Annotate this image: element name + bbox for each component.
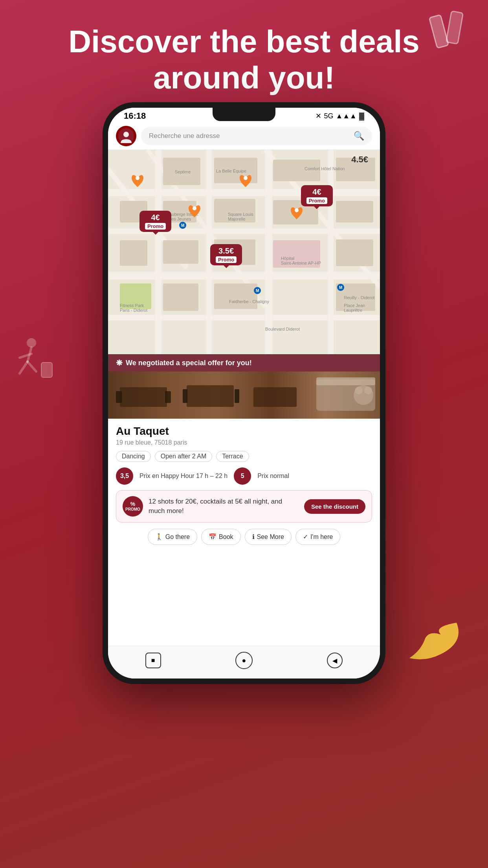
phone-frame: 16:18 ✕ 5G ▲▲▲ ▓ Recherche une adresse 🔍 <box>103 102 385 684</box>
see-more-button[interactable]: ℹ See More <box>245 529 292 545</box>
map-area[interactable]: Septime La Belle Équipe Comfort Hôtel Na… <box>108 150 380 354</box>
svg-rect-17 <box>265 150 272 354</box>
search-input[interactable]: Recherche une adresse 🔍 <box>141 127 372 145</box>
svg-text:La Belle Équipe: La Belle Équipe <box>216 169 246 173</box>
svg-text:Place Jean: Place Jean <box>344 303 365 308</box>
action-buttons-row: 🚶 Go there 📅 Book ℹ See More ✓ I'm here <box>116 529 372 545</box>
svg-point-9 <box>123 132 129 137</box>
svg-text:Comfort Hôtel Nation: Comfort Hôtel Nation <box>305 166 345 171</box>
pin-price-left: 4€ <box>145 213 166 222</box>
promo-text: 12 shots for 20€, cocktails at 5€ all ni… <box>149 497 299 516</box>
promo-label: PROMO <box>125 507 140 511</box>
status-icons: ✕ 5G ▲▲▲ ▓ <box>316 112 364 120</box>
pin-label-left: Promo <box>145 223 166 230</box>
see-discount-button[interactable]: See the discount <box>304 499 365 514</box>
nav-square-button[interactable]: ■ <box>145 653 161 668</box>
svg-rect-7 <box>41 362 52 377</box>
svg-point-60 <box>193 206 196 210</box>
tag-dancing: Dancing <box>116 451 151 462</box>
book-label: Book <box>219 533 233 541</box>
svg-rect-14 <box>108 315 380 320</box>
svg-text:Reuilly - Diderot: Reuilly - Diderot <box>344 295 374 300</box>
map-pin-right[interactable]: 4€ Promo <box>301 185 333 206</box>
svg-text:Lauprêtre: Lauprêtre <box>344 308 362 313</box>
svg-rect-38 <box>214 283 257 309</box>
user-avatar[interactable] <box>116 126 136 146</box>
svg-text:Fitness Park: Fitness Park <box>120 303 144 308</box>
svg-point-79 <box>364 386 372 394</box>
special-offer-banner: ❋ We negotiated a special offer for you! <box>108 354 380 371</box>
svg-point-78 <box>355 386 363 394</box>
pin-price-center: 3.5€ <box>216 246 237 256</box>
svg-rect-32 <box>163 240 198 264</box>
status-time: 16:18 <box>124 111 146 121</box>
svg-point-57 <box>136 176 139 180</box>
svg-text:Square Louis: Square Louis <box>228 212 253 217</box>
pin-label-center: Promo <box>216 256 237 263</box>
battery-icon: ▓ <box>359 112 364 120</box>
top-price-label: 4.5€ <box>351 154 368 165</box>
svg-rect-76 <box>316 377 375 385</box>
svg-rect-11 <box>108 189 380 196</box>
hero-title-line1: Discover the best deals <box>68 24 420 59</box>
go-there-label: Go there <box>165 533 190 541</box>
venue-details: Au Taquet 19 rue bleue, 75018 paris Danc… <box>108 419 380 646</box>
nav-circle-icon: ● <box>242 657 246 665</box>
svg-rect-1 <box>446 11 463 44</box>
pin-price-right: 4€ <box>306 188 327 197</box>
svg-text:M: M <box>256 289 259 293</box>
go-there-icon: 🚶 <box>155 533 163 541</box>
hero-title-line2: around you! <box>153 60 335 95</box>
nav-back-icon: ◀ <box>332 657 337 664</box>
wifi-icon: ▲▲▲ <box>336 112 356 120</box>
search-bar: Recherche une adresse 🔍 <box>108 123 380 150</box>
map-pin-left[interactable]: 4€ Promo <box>139 211 171 232</box>
svg-rect-15 <box>155 150 161 354</box>
book-button[interactable]: 📅 Book <box>201 529 240 545</box>
im-here-button[interactable]: ✓ I'm here <box>295 529 340 545</box>
svg-text:M: M <box>181 223 184 228</box>
network-icon: ✕ <box>316 112 321 120</box>
offer-banner-text: We negotiated a special offer for you! <box>126 359 252 367</box>
book-icon: 📅 <box>209 533 216 541</box>
tags-row: Dancing Open after 2 AM Terrace <box>116 451 372 462</box>
phone-screen: 16:18 ✕ 5G ▲▲▲ ▓ Recherche une adresse 🔍 <box>108 108 380 679</box>
svg-point-2 <box>27 338 36 348</box>
venue-address: 19 rue bleue, 75018 paris <box>116 439 372 446</box>
map-pin-center[interactable]: 3.5€ Promo <box>210 244 242 265</box>
svg-rect-68 <box>120 387 167 407</box>
happy-hour-label: Prix en Happy Hour 17 h – 22 h <box>139 473 227 480</box>
svg-rect-29 <box>336 201 373 223</box>
svg-text:Septime: Septime <box>175 169 191 174</box>
tag-open-after-2am: Open after 2 AM <box>155 451 213 462</box>
svg-text:Saint-Antoine AP-HP: Saint-Antoine AP-HP <box>281 261 321 265</box>
svg-text:Boulevard Diderot: Boulevard Diderot <box>265 327 300 331</box>
normal-price-label: Prix normal <box>257 473 289 480</box>
svg-point-59 <box>295 208 299 212</box>
nav-square-icon: ■ <box>151 657 155 664</box>
svg-rect-72 <box>183 389 187 403</box>
nav-back-button[interactable]: ◀ <box>327 653 343 668</box>
nav-home-button[interactable]: ● <box>235 652 253 669</box>
svg-text:M: M <box>339 285 342 290</box>
deco-runner-icon <box>8 334 59 387</box>
go-there-button[interactable]: 🚶 Go there <box>148 529 197 545</box>
svg-text:Paris - Diderot: Paris - Diderot <box>120 308 147 313</box>
search-icon: 🔍 <box>354 131 364 141</box>
svg-rect-73 <box>235 389 239 403</box>
happy-hour-badge: 3,5 <box>116 467 133 485</box>
svg-rect-71 <box>187 385 234 407</box>
search-placeholder: Recherche une adresse <box>149 132 349 140</box>
svg-point-58 <box>244 176 248 180</box>
svg-line-4 <box>20 362 28 373</box>
svg-text:des Jeunes: des Jeunes <box>169 217 191 221</box>
promo-box: % PROMO 12 shots for 20€, cocktails at 5… <box>116 490 372 522</box>
svg-text:Faidherbe - Chaligny: Faidherbe - Chaligny <box>229 299 270 304</box>
svg-rect-69 <box>116 391 122 403</box>
im-here-label: I'm here <box>310 533 333 541</box>
svg-line-5 <box>28 362 36 371</box>
svg-rect-70 <box>165 391 171 403</box>
svg-rect-35 <box>336 239 373 266</box>
svg-text:Hôpital: Hôpital <box>281 256 294 261</box>
deco-glasses-icon <box>409 8 480 72</box>
